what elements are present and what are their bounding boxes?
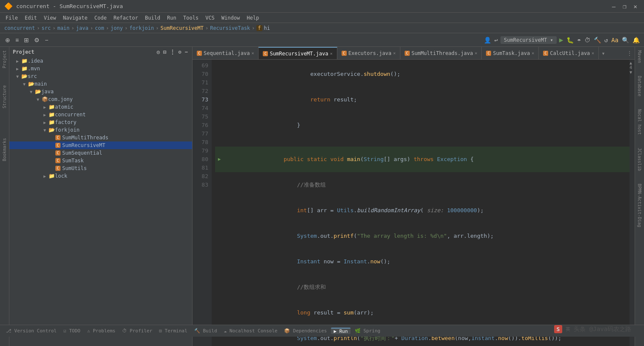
tree-sumutils[interactable]: C SumUtils — [9, 164, 192, 172]
sidebar-locate-icon[interactable]: ◎ — [156, 49, 161, 55]
tab-close-sequential[interactable]: ✕ — [251, 51, 254, 55]
tab-close-calcutil[interactable]: ✕ — [592, 51, 594, 55]
search-person-icon[interactable]: 👤 — [483, 36, 492, 44]
bpmn-stripe[interactable]: BPMN-Activit-Diag — [636, 182, 643, 229]
nocalhost-stripe[interactable]: Nocal host — [636, 107, 643, 136]
profile-icon[interactable]: ⏱ — [584, 36, 591, 44]
toolbar-settings[interactable]: ⚙ — [32, 36, 41, 44]
editor-scrollbar[interactable]: ▲ 4 ▼ — [630, 60, 635, 346]
code-editor[interactable]: 69 70 71 72 73 74 75 76 77 78 79 80 81 8… — [193, 60, 635, 346]
run-icon[interactable]: ▶ — [558, 35, 564, 45]
terminal-tab[interactable]: ⊡ Terminal — [157, 328, 190, 334]
spring-tab[interactable]: 🌿 Spring — [352, 328, 383, 334]
breadcrumb-concurrent[interactable]: concurrent — [4, 25, 35, 31]
tree-mvn[interactable]: ▶ 📁 .mvn — [9, 65, 192, 72]
tab-close-summultithreads[interactable]: ✕ — [474, 51, 477, 55]
problems-tab[interactable]: ⚠ Problems — [85, 328, 118, 334]
toolbar-btn-2[interactable]: ≡ — [14, 36, 20, 44]
tree-src[interactable]: ▼ 📂 src — [9, 72, 192, 80]
toolbar-btn-1[interactable]: ⊕ — [3, 36, 12, 44]
tree-summultithreads[interactable]: C SumMultiThreads — [9, 134, 192, 141]
breadcrumb-hi[interactable]: hi — [264, 25, 270, 31]
tree-main[interactable]: ▼ 📂 main — [9, 80, 192, 88]
breadcrumb-src[interactable]: src — [41, 25, 51, 31]
menubar-item-build[interactable]: Build — [141, 15, 164, 21]
project-stripe[interactable]: Project — [1, 49, 8, 70]
breadcrumb-jony[interactable]: jony — [111, 25, 123, 31]
close-button[interactable]: ✕ — [631, 3, 640, 10]
sidebar-collapse-icon[interactable]: ⊟ — [162, 49, 167, 55]
toolbar-btn-3[interactable]: ⊞ — [22, 36, 31, 44]
translate-icon[interactable]: Aa — [610, 36, 619, 44]
sidebar-settings-icon[interactable]: ⚙ — [178, 49, 182, 55]
tab-close-sumtask[interactable]: ✕ — [532, 51, 534, 55]
breadcrumb-f[interactable]: f — [256, 25, 262, 31]
dependencies-tab[interactable]: 📦 Dependencies — [282, 328, 329, 334]
tab-summultithreads[interactable]: C SumMultiThreads.java ✕ — [400, 47, 482, 60]
toolbar-minus[interactable]: − — [43, 36, 50, 44]
breadcrumb-java[interactable]: java — [76, 25, 89, 31]
menubar-item-file[interactable]: File — [2, 15, 21, 21]
run-tab-bottom[interactable]: ▶ Run — [331, 328, 350, 334]
menubar-item-code[interactable]: Code — [91, 15, 110, 21]
menubar-item-view[interactable]: View — [40, 15, 60, 21]
refresh-icon[interactable]: ↺ — [604, 36, 609, 44]
tabs-more-button[interactable]: ▾ — [599, 50, 607, 57]
build-tab[interactable]: 🔨 Build — [192, 328, 220, 334]
tab-sumtask[interactable]: C SumTask.java ✕ — [482, 47, 539, 60]
tree-java[interactable]: ▼ 📂 java — [9, 88, 192, 95]
menubar-item-navigate[interactable]: Navigate — [60, 15, 91, 21]
tree-sumtask[interactable]: C SumTask — [9, 157, 192, 164]
minimize-button[interactable]: — — [610, 3, 618, 10]
tree-factory[interactable]: ▶ 📁 factory — [9, 118, 192, 126]
bookmarks-stripe[interactable]: Bookmarks — [1, 136, 8, 163]
back-icon[interactable]: ↩ — [494, 36, 499, 44]
breadcrumb-com[interactable]: com — [95, 25, 104, 31]
tree-sumsequential[interactable]: C SumSequential — [9, 149, 192, 157]
tree-concurrent[interactable]: ▶ 📁 concurrent — [9, 111, 192, 118]
nocalhost-tab[interactable]: ☁ Nocalhost Console — [221, 328, 280, 334]
menubar-item-run[interactable]: Run — [164, 15, 180, 21]
build-icon[interactable]: 🔨 — [593, 36, 602, 44]
notification-icon[interactable]: 🔔 — [632, 36, 641, 44]
tab-close-sumrecursivemt[interactable]: ✕ — [330, 51, 333, 56]
maximize-button[interactable]: ❐ — [620, 3, 629, 10]
debug-icon[interactable]: 🐛 — [566, 36, 575, 44]
database-stripe[interactable]: Database — [636, 74, 643, 98]
breadcrumb-sumrecursivemt[interactable]: SumRecursiveMT — [161, 25, 204, 31]
coverage-icon[interactable]: ☂ — [576, 36, 581, 44]
menubar-item-refactor[interactable]: Refactor — [110, 15, 141, 21]
magnify-icon[interactable]: 🔍 — [621, 36, 630, 44]
tab-sumrecursivemt[interactable]: C SumRecursiveMT.java ✕ — [259, 47, 337, 60]
tree-comjony[interactable]: ▼ 📦 com.jony — [9, 95, 192, 103]
breadcrumb-recursivetask[interactable]: RecursiveTask — [210, 25, 250, 31]
tab-close-executors[interactable]: ✕ — [393, 51, 396, 55]
maven-stripe[interactable]: Maven — [636, 49, 643, 65]
tree-atomic[interactable]: ▶ 📁 atomic — [9, 103, 192, 111]
tree-lock[interactable]: ▶ 📁 lock — [9, 172, 192, 180]
menubar-item-window[interactable]: Window — [218, 15, 243, 21]
tab-executors[interactable]: C Executors.java ✕ — [337, 47, 400, 60]
tree-idea[interactable]: ▶ 📁 .idea — [9, 57, 192, 65]
tab-sequential[interactable]: C Sequential.java ✕ — [193, 47, 259, 60]
profiler-tab[interactable]: ⏱ Profiler — [120, 328, 155, 334]
tab-calcutil[interactable]: C CalcUtil.java ✕ — [539, 47, 599, 60]
tree-sumrecursivemt[interactable]: C SumRecursiveMT — [9, 141, 192, 149]
structure-stripe[interactable]: Structure — [1, 84, 8, 110]
menubar-item-edit[interactable]: Edit — [21, 15, 40, 21]
breadcrumb-forkjoin[interactable]: forkjoin — [129, 25, 154, 31]
breadcrumb-main[interactable]: main — [57, 25, 69, 31]
menubar-item-help[interactable]: Help — [243, 15, 262, 21]
jclasslib-stripe[interactable]: JClasslib — [636, 146, 643, 173]
todo-tab[interactable]: ☑ TODO — [61, 328, 83, 334]
menubar-item-vcs[interactable]: VCS — [202, 15, 218, 21]
version-control-tab[interactable]: ⎇ Version Control — [3, 328, 59, 334]
sidebar-hide-icon[interactable]: − — [184, 49, 189, 55]
editor-actions[interactable]: ⋮ — [624, 50, 635, 56]
line-content-71: } — [224, 112, 630, 138]
sidebar-options-icon[interactable]: ⋮ — [169, 49, 176, 55]
top-right-icons: 👤 ↩ SumRecursiveMT ▾ ▶ 🐛 ☂ ⏱ 🔨 ↺ Aa 🔍 🔔 — [483, 35, 641, 45]
tree-forkjoin[interactable]: ▼ 📂 forkjoin — [9, 126, 192, 134]
run-config-dropdown[interactable]: SumRecursiveMT ▾ — [500, 36, 557, 44]
menubar-item-tools[interactable]: Tools — [180, 15, 202, 21]
